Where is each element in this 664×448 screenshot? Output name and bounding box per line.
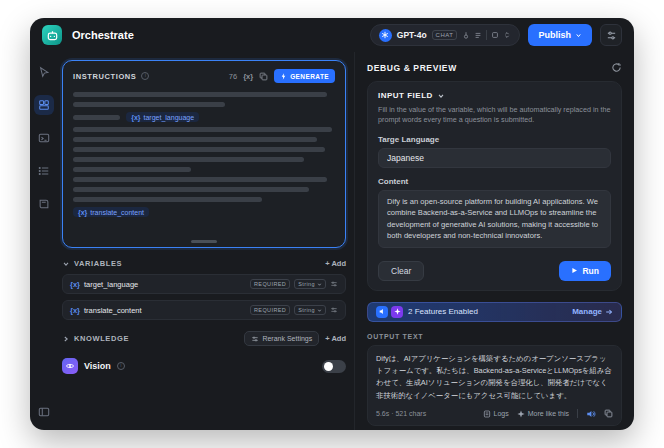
skeleton-line <box>73 177 327 182</box>
rail-item-orchestrate[interactable] <box>34 95 54 115</box>
skeleton-line <box>73 167 191 172</box>
model-param-icons <box>462 30 511 40</box>
output-stats: 5.6s · 521 chars <box>376 410 426 417</box>
generate-label: GENERATE <box>290 73 329 80</box>
skeleton-line <box>73 115 120 120</box>
insert-variable-button[interactable]: {x} <box>243 72 253 81</box>
chevron-updown-icon[interactable] <box>503 31 511 39</box>
type-badge[interactable]: String <box>294 305 326 315</box>
prompt-skeleton: {x} target_language {x} <box>73 92 335 217</box>
temperature-icon[interactable] <box>462 31 470 39</box>
add-variable-button[interactable]: + Add <box>325 259 346 268</box>
rail-item-logs[interactable] <box>34 161 54 181</box>
play-icon <box>571 267 578 274</box>
clear-button[interactable]: Clear <box>378 261 424 281</box>
eye-icon <box>62 358 78 374</box>
tokens-icon[interactable] <box>474 31 482 39</box>
chevron-down-icon[interactable] <box>62 260 70 268</box>
arrow-right-icon <box>605 308 613 316</box>
refresh-icon[interactable] <box>611 62 622 73</box>
type-badge-label: String <box>298 307 315 313</box>
book-icon <box>38 198 50 210</box>
speaker-button[interactable] <box>586 409 596 419</box>
rail-item-annotation[interactable] <box>34 194 54 214</box>
scroll-indicator[interactable] <box>191 240 217 243</box>
skeleton-line <box>73 197 262 202</box>
skeleton-line <box>73 127 332 132</box>
type-badge-label: String <box>298 281 315 287</box>
add-knowledge-button[interactable]: + Add <box>325 334 346 343</box>
pointer-icon <box>38 66 50 78</box>
logs-icon <box>483 410 491 418</box>
logs-label: Logs <box>494 410 509 417</box>
header: Orchestrate GPT-4o CHAT Publish <box>30 18 634 52</box>
chevron-down-icon <box>317 308 322 313</box>
run-label: Run <box>582 266 599 276</box>
manage-features-button[interactable]: Manage <box>572 307 613 316</box>
vision-label: Vision <box>84 361 111 371</box>
output-text: Difyは、AIアプリケーションを構築するためのオープンソースプラットフォームで… <box>376 353 613 402</box>
settings-button[interactable] <box>600 24 622 46</box>
feature-more-icon <box>391 306 403 318</box>
variable-badge: {x} <box>131 114 140 121</box>
sparkle-icon <box>517 410 525 418</box>
variable-row-target-language[interactable]: {x} target_language REQUIRED String <box>62 274 346 294</box>
language-input[interactable] <box>378 148 611 168</box>
orchestrate-icon <box>38 99 50 111</box>
orchestrate-panel: INSTRUCTIONS i 76 {x} GENERATE <box>58 52 354 430</box>
pill-divider <box>486 30 487 40</box>
input-field-header[interactable]: INPUT FIELD <box>378 91 611 100</box>
required-badge: REQUIRED <box>250 279 290 289</box>
page-title: Orchestrate <box>72 29 134 41</box>
rail-item-api[interactable] <box>34 128 54 148</box>
vision-toggle[interactable] <box>322 360 346 373</box>
features-banner[interactable]: 2 Features Enabled Manage <box>367 302 622 322</box>
variable-chip-translate-content[interactable]: {x} translate_content <box>73 207 149 217</box>
info-icon: i <box>141 72 149 80</box>
variable-settings-icon[interactable] <box>330 306 338 314</box>
app-logo[interactable] <box>42 25 62 45</box>
variable-badge: {x} <box>70 280 80 289</box>
output-section: OUTPUT TEXT Difyは、AIアプリケーションを構築するためのオープン… <box>367 333 622 426</box>
collapse-panel-icon <box>38 406 50 418</box>
terminal-icon <box>38 132 50 144</box>
skeleton-line <box>73 137 317 142</box>
input-field-card: INPUT FIELD Fill in the value of the var… <box>367 81 622 291</box>
logs-button[interactable]: Logs <box>483 410 509 418</box>
type-badge[interactable]: String <box>294 279 326 289</box>
variable-row-translate-content[interactable]: {x} translate_content REQUIRED String <box>62 300 346 320</box>
variable-chip-label: translate_content <box>90 209 144 216</box>
variable-badge: {x} <box>78 209 87 216</box>
instructions-editor[interactable]: INSTRUCTIONS i 76 {x} GENERATE <box>62 60 346 248</box>
rail-item-collapse[interactable] <box>34 402 54 422</box>
stop-sequence-icon[interactable] <box>491 31 499 39</box>
sidebar-rail <box>30 52 58 430</box>
skeleton-line <box>73 92 327 97</box>
copy-icon[interactable] <box>259 72 268 81</box>
copy-output-button[interactable] <box>604 409 613 418</box>
more-like-this-button[interactable]: More like this <box>517 410 569 418</box>
input-field-title: INPUT FIELD <box>378 91 433 100</box>
rail-item-pointer[interactable] <box>34 62 54 82</box>
publish-button[interactable]: Publish <box>528 24 592 46</box>
variable-chip-target-language[interactable]: {x} target_language <box>126 112 199 122</box>
generate-button[interactable]: GENERATE <box>274 69 335 83</box>
output-title: OUTPUT TEXT <box>367 333 622 340</box>
rerank-settings-button[interactable]: Rerank Settings <box>244 331 319 346</box>
model-name: GPT-4o <box>397 30 427 40</box>
model-selector[interactable]: GPT-4o CHAT <box>370 24 521 46</box>
robot-icon <box>46 29 59 42</box>
required-badge: REQUIRED <box>250 305 290 315</box>
manage-label: Manage <box>572 307 602 316</box>
more-like-this-label: More like this <box>528 410 569 417</box>
footer-divider <box>577 409 578 418</box>
run-button[interactable]: Run <box>559 261 611 281</box>
chevron-down-icon <box>437 92 445 100</box>
features-label: 2 Features Enabled <box>408 307 478 316</box>
output-panel: Difyは、AIアプリケーションを構築するためのオープンソースプラットフォームで… <box>367 345 622 426</box>
variable-settings-icon[interactable] <box>330 280 338 288</box>
chevron-down-icon <box>575 32 582 39</box>
content-textarea[interactable]: Dify is an open-source platform for buil… <box>378 190 611 248</box>
input-field-description: Fill in the value of the variable, which… <box>378 105 611 126</box>
chevron-right-icon[interactable] <box>62 335 70 343</box>
